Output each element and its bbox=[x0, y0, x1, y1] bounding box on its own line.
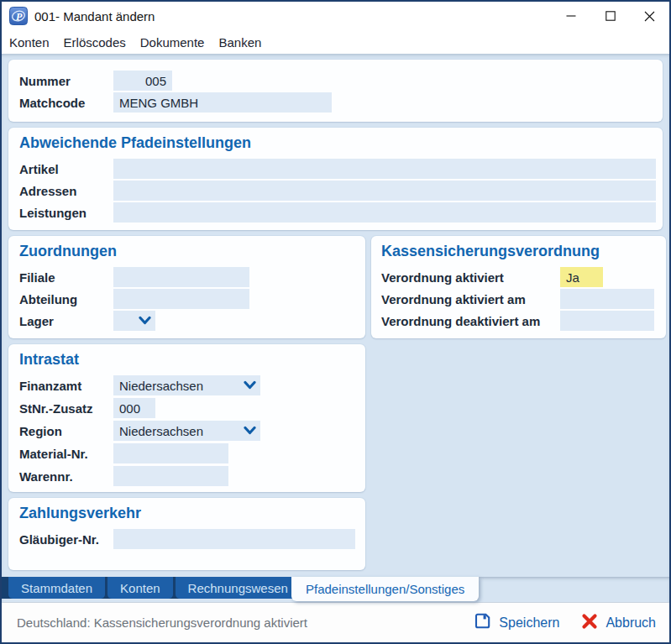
tab-bar: Stammdaten Konten Rechnungswesen Pfadein… bbox=[2, 577, 669, 602]
leistungen-label: Leistungen bbox=[19, 206, 113, 220]
zahlungsverkehr-row: Zahlungsverkehr Gläubiger-Nr. bbox=[8, 498, 663, 570]
warennr-label: Warennr. bbox=[19, 469, 113, 484]
filiale-field[interactable] bbox=[113, 267, 249, 287]
intrastat-section-title: Intrastat bbox=[19, 351, 359, 369]
save-button-label: Speichern bbox=[499, 615, 559, 631]
lager-label: Lager bbox=[19, 314, 113, 328]
zuordnungen-section: Zuordnungen Filiale Abteilung Lager bbox=[8, 236, 365, 338]
stnr-zusatz-field[interactable]: 000 bbox=[113, 398, 155, 418]
zahlungsverkehr-section: Zahlungsverkehr Gläubiger-Nr. bbox=[8, 498, 365, 570]
verordnung-deaktiviert-am-label: Verordnung deaktiviert am bbox=[381, 314, 560, 328]
save-button[interactable]: Speichern bbox=[474, 612, 559, 633]
verordnung-aktiviert-label: Verordnung aktiviert bbox=[381, 270, 560, 285]
zahlungsverkehr-section-title: Zahlungsverkehr bbox=[19, 505, 359, 522]
finanzamt-select[interactable]: Niedersachsen bbox=[113, 375, 260, 395]
nummer-field[interactable]: 005 bbox=[113, 71, 172, 91]
title-bar: P 001- Mandant ändern bbox=[2, 2, 669, 30]
material-nr-label: Material-Nr. bbox=[19, 447, 113, 461]
lager-select[interactable] bbox=[113, 311, 155, 331]
menu-item-dokumente[interactable]: Dokumente bbox=[139, 34, 206, 51]
intrastat-row: Intrastat Finanzamt Niedersachsen StNr.-… bbox=[8, 344, 663, 492]
menu-item-erloescodes[interactable]: Erlöscodes bbox=[63, 34, 127, 51]
general-section: Nummer 005 Matchcode MENG GMBH bbox=[8, 60, 663, 122]
tab-pfadeinstellungen-sonstiges[interactable]: Pfadeinstellungen/Sonstiges bbox=[291, 577, 479, 601]
close-icon[interactable] bbox=[630, 2, 669, 30]
artikel-label: Artikel bbox=[19, 162, 113, 176]
matchcode-field[interactable]: MENG GMBH bbox=[113, 92, 332, 113]
kassensicherung-section-title: Kassensicherungsverordnung bbox=[381, 243, 654, 260]
verordnung-deaktiviert-am-field[interactable] bbox=[560, 311, 654, 331]
matchcode-label: Matchcode bbox=[19, 96, 113, 110]
abteilung-field[interactable] bbox=[113, 289, 249, 309]
floppy-disk-icon bbox=[474, 612, 491, 633]
chevron-down-icon bbox=[244, 424, 256, 438]
footer-actions: Speichern Abbruch bbox=[474, 612, 656, 633]
menu-bar: Konten Erlöscodes Dokumente Banken bbox=[2, 30, 669, 54]
region-label: Region bbox=[19, 424, 113, 438]
verordnung-aktiviert-field[interactable]: Ja bbox=[560, 267, 603, 287]
stnr-zusatz-label: StNr.-Zusatz bbox=[19, 401, 113, 416]
adressen-path-field[interactable] bbox=[113, 181, 656, 201]
verordnung-aktiviert-am-field[interactable] bbox=[560, 289, 654, 309]
abteilung-label: Abteilung bbox=[19, 292, 113, 306]
tab-konten[interactable]: Konten bbox=[107, 577, 173, 599]
leistungen-path-field[interactable] bbox=[113, 202, 656, 223]
material-nr-field[interactable] bbox=[113, 443, 228, 463]
window-controls bbox=[551, 2, 669, 30]
cancel-button[interactable]: Abbruch bbox=[581, 613, 656, 633]
artikel-path-field[interactable] bbox=[113, 159, 656, 179]
zuordnungen-section-title: Zuordnungen bbox=[19, 243, 359, 260]
status-message: Deutschland: Kassensicherungsverordnung … bbox=[17, 615, 307, 630]
finanzamt-label: Finanzamt bbox=[19, 379, 113, 393]
app-logo-icon: P bbox=[9, 7, 28, 25]
maximize-icon[interactable] bbox=[590, 2, 630, 30]
region-select-value: Niedersachsen bbox=[119, 424, 203, 438]
intrastat-section: Intrastat Finanzamt Niedersachsen StNr.-… bbox=[8, 344, 365, 492]
menu-item-banken[interactable]: Banken bbox=[218, 34, 262, 51]
window-title: 001- Mandant ändern bbox=[34, 9, 155, 24]
tab-rechnungswesen[interactable]: Rechnungswesen bbox=[176, 577, 301, 599]
chevron-down-icon bbox=[139, 314, 151, 328]
pfade-section: Abweichende Pfadeinstellungen Artikel Ad… bbox=[8, 128, 663, 230]
menu-item-konten[interactable]: Konten bbox=[8, 34, 50, 51]
app-window: P 001- Mandant ändern Konten Erlöscodes … bbox=[0, 0, 671, 644]
status-bar: Deutschland: Kassensicherungsverordnung … bbox=[2, 602, 669, 642]
red-x-icon bbox=[581, 613, 598, 633]
svg-text:P: P bbox=[16, 11, 23, 23]
middle-row: Zuordnungen Filiale Abteilung Lager bbox=[8, 236, 663, 338]
chevron-down-icon bbox=[244, 379, 256, 393]
region-select[interactable]: Niedersachsen bbox=[113, 421, 260, 441]
glaeubiger-nr-field[interactable] bbox=[113, 529, 355, 549]
kassensicherung-section: Kassensicherungsverordnung Verordnung ak… bbox=[371, 236, 666, 338]
adressen-label: Adressen bbox=[19, 184, 113, 198]
cancel-button-label: Abbruch bbox=[605, 615, 656, 631]
glaeubiger-nr-label: Gläubiger-Nr. bbox=[19, 532, 113, 547]
verordnung-aktiviert-am-label: Verordnung aktiviert am bbox=[381, 292, 560, 306]
nummer-label: Nummer bbox=[19, 74, 113, 88]
pfade-section-title: Abweichende Pfadeinstellungen bbox=[19, 134, 656, 152]
filiale-label: Filiale bbox=[19, 270, 113, 285]
tab-stammdaten[interactable]: Stammdaten bbox=[8, 577, 105, 599]
form-content: Nummer 005 Matchcode MENG GMBH Abweichen… bbox=[2, 54, 669, 577]
warennr-field[interactable] bbox=[113, 466, 228, 486]
minimize-icon[interactable] bbox=[551, 2, 590, 30]
finanzamt-select-value: Niedersachsen bbox=[119, 379, 203, 393]
tab-strip: Stammdaten Konten Rechnungswesen bbox=[2, 577, 296, 599]
